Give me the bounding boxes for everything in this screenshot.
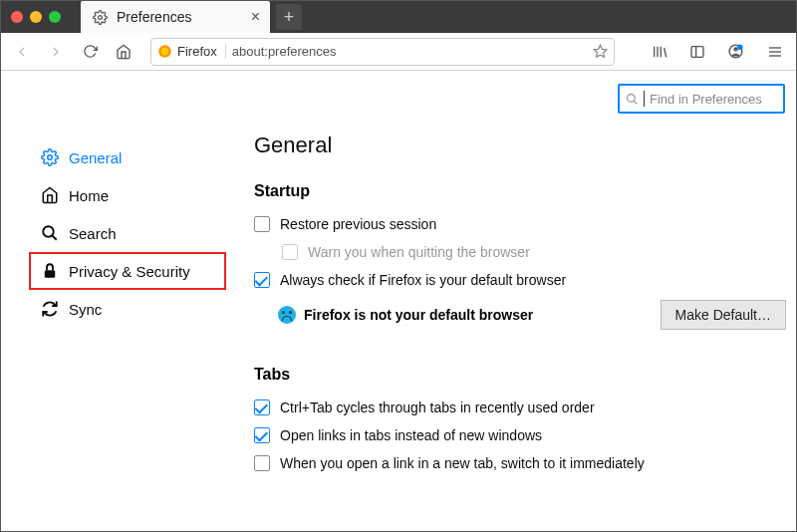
open-links-tabs-checkbox-row[interactable]: Open links in tabs instead of new window… [254,421,784,449]
text-cursor [644,91,645,107]
close-window-button[interactable] [11,11,23,23]
svg-rect-4 [691,46,703,57]
menu-button[interactable] [760,37,790,67]
svg-point-7 [733,47,737,51]
checkbox-label: Restore previous session [280,216,436,232]
svg-rect-17 [45,270,56,278]
checkbox-label: When you open a link in a new tab, switc… [280,455,645,471]
sidebar-toggle-button[interactable] [682,37,712,67]
sidebar-item-label: Sync [69,301,102,318]
preferences-sidebar: General Home Search Privacy & Security S… [1,71,226,531]
svg-point-8 [736,44,742,50]
startup-heading: Startup [254,182,784,200]
sync-icon [41,300,59,318]
library-button[interactable] [645,37,674,67]
switch-new-tab-checkbox-row[interactable]: When you open a link in a new tab, switc… [254,449,784,477]
default-browser-status-text: Firefox is not your default browser [304,307,533,323]
forward-button[interactable] [41,37,71,67]
sidebar-item-search[interactable]: Search [35,214,226,252]
sidebar-item-sync[interactable]: Sync [35,290,226,328]
default-browser-status-row: Firefox is not your default browser Make… [254,294,784,336]
svg-point-2 [161,48,169,56]
gear-icon [91,8,109,26]
site-identity[interactable]: Firefox [157,44,226,59]
new-tab-button[interactable]: + [276,4,302,30]
firefox-icon [157,44,172,59]
checkbox-checked[interactable] [254,272,270,288]
checkbox-label: Open links in tabs instead of new window… [280,427,542,443]
checkbox-disabled [282,244,298,260]
titlebar: Preferences × + [1,1,796,33]
search-icon [626,93,639,106]
back-button[interactable] [7,37,37,67]
sad-face-icon [278,306,296,324]
sidebar-item-label: Home [69,187,109,204]
sidebar-item-label: Search [69,225,117,242]
svg-point-12 [628,94,636,102]
checkbox-unchecked[interactable] [254,216,270,232]
ctrl-tab-checkbox-row[interactable]: Ctrl+Tab cycles through tabs in recently… [254,394,784,421]
button-label: Make Default… [675,307,771,323]
checkbox-checked[interactable] [254,399,270,415]
tab-title: Preferences [117,9,191,25]
maximize-window-button[interactable] [49,11,61,23]
preferences-main: General Startup Restore previous session… [226,71,796,531]
checkbox-checked[interactable] [254,427,270,443]
browser-toolbar: Firefox about:preferences [1,33,796,71]
bookmark-star-icon[interactable] [593,44,608,59]
checkbox-label: Warn you when quitting the browser [308,244,530,260]
sidebar-item-label: Privacy & Security [69,263,190,280]
minimize-window-button[interactable] [30,11,42,23]
sidebar-item-privacy-security[interactable]: Privacy & Security [29,252,226,290]
url-bar[interactable]: Firefox about:preferences [150,38,615,66]
svg-line-13 [634,101,637,104]
gear-icon [41,148,59,166]
page-title: General [254,133,784,158]
reload-button[interactable] [75,37,105,67]
home-button[interactable] [109,37,138,67]
tabs-heading: Tabs [254,366,784,384]
make-default-button[interactable]: Make Default… [661,300,786,330]
svg-point-0 [98,15,102,19]
search-placeholder: Find in Preferences [650,92,762,107]
close-tab-button[interactable]: × [251,8,260,26]
sidebar-item-general[interactable]: General [35,138,226,176]
identity-label: Firefox [177,44,217,59]
home-icon [41,186,59,204]
svg-point-14 [48,155,53,160]
warn-quit-checkbox-row: Warn you when quitting the browser [254,238,784,266]
svg-marker-3 [594,45,607,57]
checkbox-label: Ctrl+Tab cycles through tabs in recently… [280,399,595,415]
account-button[interactable] [720,37,750,67]
find-in-preferences-input[interactable]: Find in Preferences [618,84,785,114]
always-check-default-checkbox-row[interactable]: Always check if Firefox is your default … [254,266,784,294]
preferences-content: General Home Search Privacy & Security S… [1,71,796,531]
url-text: about:preferences [232,44,587,59]
checkbox-unchecked[interactable] [254,455,270,471]
svg-line-16 [52,235,57,240]
browser-tab-preferences[interactable]: Preferences × [81,1,270,33]
search-icon [41,224,59,242]
checkbox-label: Always check if Firefox is your default … [280,272,566,288]
sidebar-item-home[interactable]: Home [35,176,226,214]
svg-point-15 [43,226,54,237]
window-controls [11,11,61,23]
restore-session-checkbox-row[interactable]: Restore previous session [254,210,784,238]
lock-icon [41,262,59,280]
sidebar-item-label: General [69,149,122,166]
